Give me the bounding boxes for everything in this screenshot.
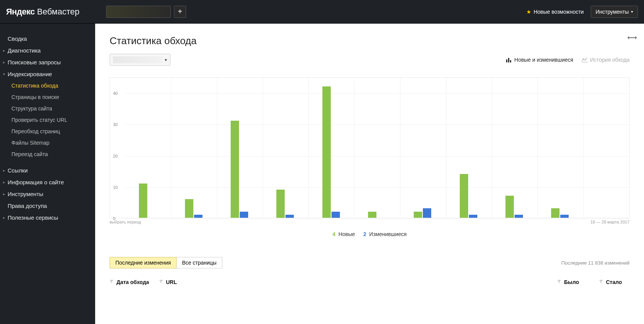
- sidebar-item-label: Файлы Sitemap: [11, 140, 49, 146]
- bar-group[interactable]: [460, 174, 478, 218]
- site-selector[interactable]: [106, 6, 171, 18]
- sidebar-item-10[interactable]: Переезд сайта: [0, 148, 95, 160]
- caret-icon: ▸: [3, 180, 5, 184]
- legend-new-label: Новые: [338, 231, 355, 237]
- expand-icon[interactable]: ⟷: [627, 34, 637, 42]
- tab-recent-changes[interactable]: Последние изменения: [110, 257, 177, 268]
- sidebar-item-label: Информация о сайте: [8, 179, 64, 185]
- crawl-chart[interactable]: 010203040: [110, 77, 630, 218]
- bar-new: [368, 212, 376, 218]
- line-chart-icon: [582, 57, 588, 62]
- sidebar-item-13[interactable]: ▸Инструменты: [0, 188, 95, 200]
- y-axis-tick: 10: [113, 185, 118, 190]
- add-site-button[interactable]: +: [174, 6, 186, 18]
- sidebar-item-9[interactable]: Файлы Sitemap: [0, 137, 95, 148]
- sidebar-item-12[interactable]: ▸Информация о сайте: [0, 176, 95, 188]
- sidebar-item-label: Сводка: [8, 35, 27, 42]
- chevron-down-icon: ▾: [165, 57, 167, 62]
- sidebar-item-7[interactable]: Проверить статус URL: [0, 114, 95, 126]
- th-was[interactable]: Было: [557, 279, 599, 285]
- svg-marker-7: [599, 280, 603, 284]
- sidebar-item-label: Диагностика: [8, 47, 41, 54]
- tools-label: Инструменты: [596, 9, 629, 15]
- chevron-down-icon: ▾: [631, 10, 633, 14]
- bar-group[interactable]: [231, 121, 249, 218]
- new-features-link[interactable]: ★ Новые возможности: [526, 9, 584, 15]
- th-url[interactable]: URL: [159, 279, 557, 285]
- bar-new: [322, 86, 331, 218]
- tools-dropdown[interactable]: Инструменты ▾: [591, 6, 638, 18]
- table-header: Дата обхода URL Было Стало: [110, 279, 630, 285]
- sidebar-item-4[interactable]: Статистика обхода: [0, 80, 95, 91]
- bar-changed: [560, 215, 569, 218]
- svg-marker-6: [557, 280, 561, 284]
- filter-icon: [557, 280, 562, 284]
- sidebar-item-label: Страницы в поиске: [11, 94, 59, 100]
- bar-chart-icon: [506, 57, 512, 62]
- changes-count: Последние 11 838 изменений: [561, 260, 630, 266]
- bar-new: [460, 174, 468, 218]
- bar-changed: [515, 215, 523, 218]
- bar-new: [551, 208, 560, 218]
- bar-group[interactable]: [139, 184, 157, 218]
- bar-group[interactable]: [368, 212, 386, 218]
- bar-changed: [332, 212, 340, 218]
- domain-select[interactable]: ▾: [110, 54, 171, 66]
- sidebar-item-1[interactable]: ▸Диагностика: [0, 45, 95, 56]
- caret-icon: ▾: [3, 72, 5, 76]
- caret-icon: ▸: [3, 48, 5, 53]
- bar-group[interactable]: [185, 199, 203, 218]
- svg-rect-0: [506, 59, 507, 62]
- bar-group[interactable]: [505, 196, 524, 218]
- sidebar-item-0[interactable]: Сводка: [0, 33, 95, 45]
- bar-group[interactable]: [276, 190, 295, 218]
- viewmode-new-changed[interactable]: Новые и изменившиеся: [506, 57, 573, 63]
- caret-icon: ▸: [3, 215, 5, 220]
- svg-rect-2: [510, 60, 511, 62]
- sidebar-item-label: Структура сайта: [11, 105, 52, 112]
- caret-icon: ▸: [3, 60, 5, 64]
- bar-new: [414, 212, 422, 218]
- caret-icon: ▸: [3, 168, 5, 172]
- legend-new-count: 4: [333, 231, 336, 237]
- sidebar-item-2[interactable]: ▸Поисковые запросы: [0, 56, 95, 68]
- sidebar-item-label: Полезные сервисы: [8, 214, 58, 221]
- logo-webmaster[interactable]: Вебмастер: [37, 7, 79, 17]
- main-content: ⟷ Статистика обхода ▾ Новые и изменившие…: [95, 24, 644, 324]
- sidebar-item-6[interactable]: Структура сайта: [0, 103, 95, 114]
- sidebar-item-label: Переезд сайта: [11, 151, 48, 157]
- bar-group[interactable]: [414, 208, 432, 218]
- th-crawl-date[interactable]: Дата обхода: [110, 279, 159, 285]
- y-axis-tick: 30: [113, 122, 118, 127]
- sidebar: Сводка▸Диагностика▸Поисковые запросы▾Инд…: [0, 24, 95, 324]
- sidebar-item-label: Индексирование: [8, 71, 52, 77]
- bar-changed: [423, 208, 431, 218]
- legend-changed-count: 2: [363, 231, 366, 237]
- bar-group[interactable]: [322, 86, 341, 218]
- viewmode-history[interactable]: История обхода: [582, 57, 630, 63]
- sidebar-item-14[interactable]: Права доступа: [0, 200, 95, 212]
- page-title: Статистика обхода: [110, 35, 630, 47]
- new-features-label: Новые возможности: [534, 9, 584, 15]
- legend-changed-label: Изменившиеся: [369, 231, 406, 237]
- bar-group[interactable]: [551, 208, 569, 218]
- tab-all-pages[interactable]: Все страницы: [177, 257, 222, 268]
- svg-marker-5: [159, 280, 163, 284]
- bar-new: [505, 196, 514, 218]
- bar-changed: [469, 215, 477, 218]
- logo-yandex[interactable]: Яндекс: [6, 7, 35, 17]
- th-now[interactable]: Стало: [599, 279, 630, 285]
- y-axis-tick: 40: [113, 91, 118, 96]
- sidebar-item-5[interactable]: Страницы в поиске: [0, 91, 95, 103]
- sidebar-item-8[interactable]: Переобход страниц: [0, 126, 95, 137]
- y-axis-tick: 0: [113, 216, 115, 221]
- bar-new: [185, 199, 193, 218]
- sidebar-item-label: Проверить статус URL: [11, 117, 67, 123]
- svg-marker-4: [110, 280, 113, 284]
- sidebar-item-11[interactable]: ▸Ссылки: [0, 164, 95, 176]
- star-icon: ★: [526, 9, 531, 15]
- sidebar-item-3[interactable]: ▾Индексирование: [0, 68, 95, 80]
- sidebar-item-15[interactable]: ▸Полезные сервисы: [0, 212, 95, 223]
- chart-legend: 4 Новые 2 Изменившиеся: [110, 231, 630, 237]
- sidebar-item-label: Переобход страниц: [11, 128, 60, 134]
